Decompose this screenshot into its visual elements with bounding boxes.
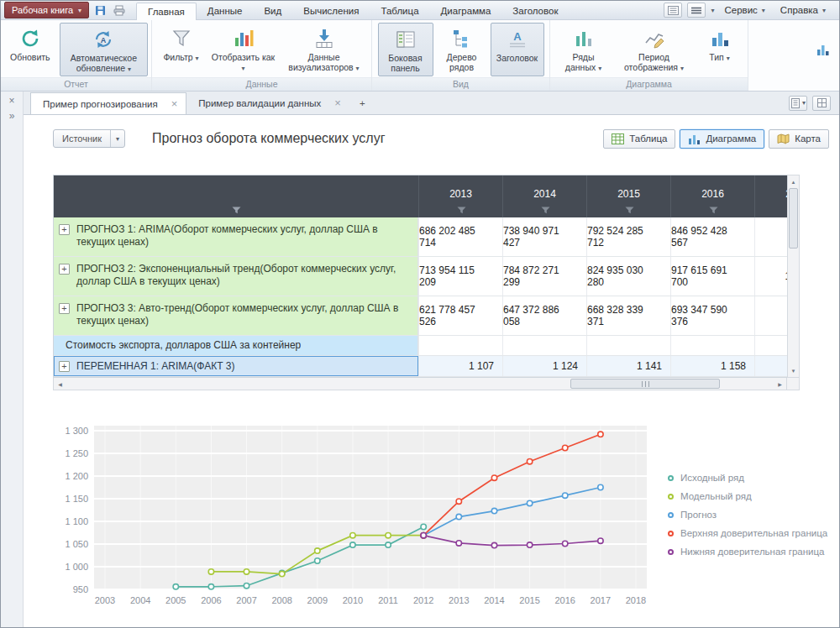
ribbon-tab[interactable]: Диаграмма [430, 3, 502, 20]
filter-button[interactable]: Фильтр ▾ [158, 23, 205, 76]
table-cell[interactable]: 824 935 030 280 [586, 257, 670, 296]
chart-view-button[interactable]: Диаграмма [680, 129, 764, 149]
source-button[interactable]: Источник ▾ [53, 129, 125, 148]
ribbon-tab[interactable]: Главная [136, 3, 197, 21]
row-label[interactable]: +ПРОГНОЗ 1: ARIMA(Оборот коммерческих ус… [54, 217, 418, 256]
table-view-button[interactable]: Таблица [603, 129, 675, 149]
scroll-down-icon[interactable]: ▼ [788, 364, 799, 377]
scroll-right-icon[interactable]: ▶ [774, 378, 786, 390]
table-cell[interactable]: 714 494 [754, 296, 787, 335]
table-cell[interactable] [754, 356, 787, 376]
table-cell[interactable]: 647 372 886 058 [502, 296, 586, 335]
ribbon-tab[interactable]: Вычисления [292, 3, 370, 20]
refresh-button[interactable]: Обновить [4, 23, 56, 76]
table-row[interactable]: +ПРОГНОЗ 2: Экспоненциальный тренд(Оборо… [54, 257, 787, 296]
legend-item[interactable]: Нижняя доверительная граница [668, 547, 827, 557]
expand-icon[interactable]: + [59, 264, 70, 275]
column-header[interactable]: 2013 [418, 175, 502, 217]
visualizer-data-button[interactable]: Данные визуализаторов ▾ [282, 23, 366, 76]
close-panel-icon[interactable]: × [8, 95, 14, 107]
table-cell[interactable]: 902 225 [754, 217, 787, 256]
table-cell[interactable]: 917 615 691 700 [670, 257, 754, 296]
expand-icon[interactable]: + [59, 224, 70, 235]
table-cell[interactable]: 738 940 971 427 [502, 217, 586, 256]
window-list-icon[interactable] [664, 3, 682, 18]
dropdown-arrow-icon[interactable]: ▾ [711, 7, 714, 14]
data-series-button[interactable]: Ряды данных ▾ [557, 23, 611, 76]
horizontal-scrollbar[interactable]: ◀ ▶ [53, 378, 787, 390]
title-toggle-button[interactable]: A Заголовок [491, 23, 544, 76]
series-tree-button[interactable]: Дерево рядов [437, 23, 487, 76]
expand-icon[interactable]: + [59, 303, 70, 314]
row-label[interactable]: +ПРОГНОЗ 2: Экспоненциальный тренд(Оборо… [54, 257, 418, 296]
column-header[interactable]: 2015 [586, 175, 670, 217]
data-point [280, 571, 285, 576]
row-label[interactable]: +ПЕРЕМЕННАЯ 1: ARIMA(ФАКТ 3) [54, 356, 418, 376]
doc-tab-validation[interactable]: Пример валидации данных × [186, 92, 349, 114]
table-row[interactable]: Стоимость экспорта, долларов США за конт… [54, 336, 787, 356]
legend-item[interactable]: Прогноз [668, 510, 827, 520]
table-cell[interactable]: 693 347 590 376 [670, 296, 754, 335]
table-cell[interactable]: 668 328 339 371 [586, 296, 670, 335]
service-menu[interactable]: Сервис ▾ [719, 5, 769, 15]
column-header[interactable]: 2016 [670, 175, 754, 217]
scrollbar-thumb[interactable] [789, 188, 798, 249]
table-cell[interactable]: 1 141 [586, 356, 670, 376]
doc-tab-forecast[interactable]: Пример прогнозирования × [30, 92, 186, 114]
table-cell[interactable]: 846 952 428 567 [670, 217, 754, 256]
table-cell[interactable] [670, 336, 754, 355]
row-header-column[interactable] [54, 175, 418, 217]
table-cell[interactable]: 1 124 [502, 356, 586, 376]
expand-panel-icon[interactable]: » [9, 110, 15, 122]
side-panel-button[interactable]: Боковая панель [378, 23, 433, 76]
scroll-up-icon[interactable]: ▲ [788, 175, 799, 188]
map-view-button[interactable]: Карта [769, 129, 829, 149]
report-layout-icon[interactable]: ▾ [789, 96, 807, 111]
close-tab-icon[interactable]: × [171, 99, 178, 109]
row-label[interactable]: +ПРОГНОЗ 3: Авто-тренд(Оборот коммерческ… [54, 296, 418, 335]
legend-item[interactable]: Исходный ряд [668, 473, 827, 483]
vertical-scrollbar[interactable]: ▲ ▼ [787, 175, 800, 378]
table-cell[interactable] [502, 336, 586, 355]
auto-refresh-button[interactable]: A Автоматическое обновление ▾ [60, 23, 148, 76]
table-cell[interactable]: 621 778 457 526 [418, 296, 502, 335]
print-icon[interactable] [111, 2, 128, 18]
expand-icon[interactable]: + [59, 361, 70, 372]
close-tab-icon[interactable]: × [334, 98, 341, 108]
table-cell[interactable]: 1 158 [670, 356, 754, 376]
table-row[interactable]: +ПРОГНОЗ 1: ARIMA(Оборот коммерческих ус… [54, 217, 787, 257]
save-icon[interactable] [92, 2, 108, 18]
table-cell[interactable]: 792 524 285 712 [586, 217, 670, 256]
display-as-button[interactable]: Отобразить как ▾ [208, 23, 279, 76]
chart-type-button[interactable]: Тип ▾ [698, 23, 742, 76]
column-header[interactable]: 2017 [754, 175, 787, 217]
table-cell[interactable]: 784 872 271 299 [502, 257, 586, 296]
legend-item[interactable]: Верхняя доверительная граница [668, 528, 827, 538]
help-menu[interactable]: Справка ▾ [775, 5, 831, 15]
column-header[interactable]: 2014 [502, 175, 586, 217]
ribbon-tab[interactable]: Заголовок [501, 3, 569, 20]
ribbon-tab[interactable]: Таблица [370, 3, 429, 20]
table-row[interactable]: +ПРОГНОЗ 3: Авто-тренд(Оборот коммерческ… [54, 296, 787, 336]
display-period-button[interactable]: Период отображения ▾ [614, 23, 695, 76]
table-cell[interactable] [754, 336, 787, 355]
title-icon: A [507, 28, 528, 50]
table-cell[interactable] [586, 336, 670, 355]
ribbon-tab[interactable]: Данные [197, 3, 254, 20]
table-cell[interactable]: 686 202 485 714 [418, 217, 502, 256]
window-menu-icon[interactable] [687, 3, 706, 18]
row-label[interactable]: Стоимость экспорта, долларов США за конт… [54, 336, 418, 355]
table-cell[interactable]: 1 006 383 [754, 257, 787, 296]
table-row[interactable]: +ПЕРЕМЕННАЯ 1: ARIMA(ФАКТ 3)1 1071 1241 … [54, 356, 787, 377]
table-cell[interactable]: 713 954 115 209 [418, 257, 502, 296]
workbook-menu-button[interactable]: Рабочая книга ▾ [4, 2, 89, 18]
table-cell[interactable]: 1 107 [418, 356, 502, 376]
scroll-left-icon[interactable]: ◀ [54, 378, 66, 390]
table-cell[interactable] [418, 336, 502, 355]
ribbon-tab[interactable]: Вид [253, 3, 292, 20]
scrollbar-thumb[interactable] [570, 379, 720, 389]
overflow-chart-icon[interactable] [816, 42, 831, 60]
grid-view-icon[interactable] [812, 96, 831, 111]
legend-item[interactable]: Модельный ряд [668, 491, 827, 501]
new-tab-button[interactable]: + [349, 92, 375, 114]
